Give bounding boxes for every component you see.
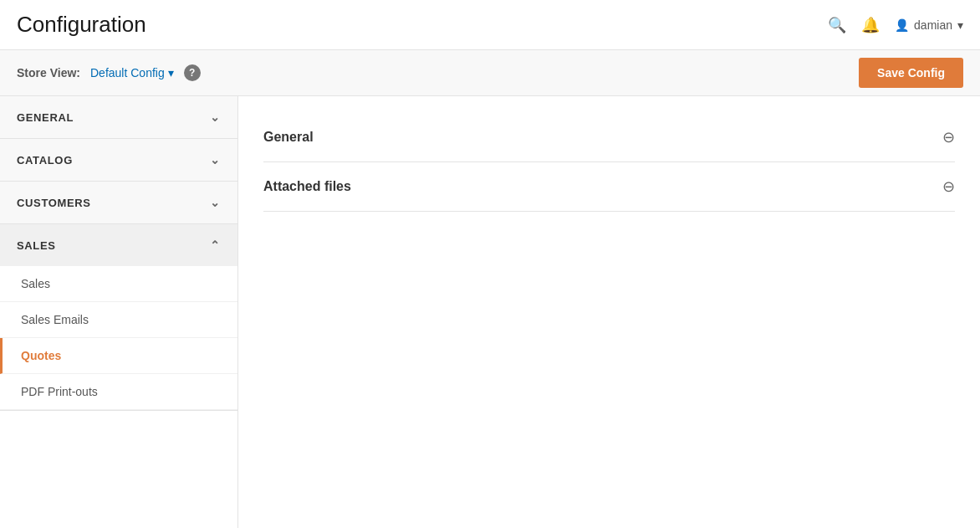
username: damian <box>914 18 952 32</box>
sidebar-section-header-customers[interactable]: CUSTOMERS ⌄ <box>0 182 237 223</box>
content-section-title-general: General <box>263 130 314 145</box>
chevron-up-icon-sales: ⌃ <box>210 238 221 252</box>
sidebar-section-customers: CUSTOMERS ⌄ <box>0 182 237 224</box>
user-icon: 👤 <box>895 18 909 32</box>
bell-icon[interactable]: 🔔 <box>861 16 880 34</box>
store-view-bar: Store View: Default Config ▾ ? Save Conf… <box>0 50 980 96</box>
user-menu[interactable]: 👤 damian ▾ <box>895 18 963 32</box>
main-layout: GENERAL ⌄ CATALOG ⌄ CUSTOMERS ⌄ SALES ⌃ <box>0 96 980 528</box>
sidebar-section-label-general: GENERAL <box>17 111 74 124</box>
sidebar-item-quotes[interactable]: Quotes <box>0 338 237 374</box>
chevron-down-icon-catalog: ⌄ <box>210 153 221 167</box>
user-dropdown-arrow: ▾ <box>957 18 963 32</box>
help-icon[interactable]: ? <box>184 64 201 81</box>
save-config-button[interactable]: Save Config <box>859 58 963 88</box>
sidebar-section-header-general[interactable]: GENERAL ⌄ <box>0 96 237 138</box>
chevron-down-icon-customers: ⌄ <box>210 196 221 209</box>
sidebar-section-general: GENERAL ⌄ <box>0 96 237 139</box>
page-title: Configuration <box>17 12 146 38</box>
chevron-down-icon-general: ⌄ <box>210 110 221 124</box>
sidebar-section-sales: SALES ⌃ Sales Sales Emails Quotes PDF Pr… <box>0 224 237 411</box>
sidebar-section-header-catalog[interactable]: CATALOG ⌄ <box>0 139 237 181</box>
sidebar-item-sales-emails[interactable]: Sales Emails <box>0 302 237 338</box>
collapse-icon-general[interactable]: ⊖ <box>942 128 955 146</box>
store-view-label: Store View: <box>17 66 80 79</box>
store-view-arrow: ▾ <box>168 66 174 79</box>
content-section-title-attached-files: Attached files <box>263 179 351 194</box>
search-icon[interactable]: 🔍 <box>828 16 846 34</box>
top-header: Configuration 🔍 🔔 👤 damian ▾ <box>0 0 980 50</box>
collapse-icon-attached-files[interactable]: ⊖ <box>942 177 955 196</box>
sidebar-sales-items: Sales Sales Emails Quotes PDF Print-outs <box>0 266 237 410</box>
content-section-general: General ⊖ <box>263 113 955 162</box>
content-area: General ⊖ Attached files ⊖ <box>238 96 980 528</box>
store-view-selected: Default Config <box>90 66 165 79</box>
sidebar-section-header-sales[interactable]: SALES ⌃ <box>0 224 237 266</box>
sidebar-section-catalog: CATALOG ⌄ <box>0 139 237 182</box>
header-actions: 🔍 🔔 👤 damian ▾ <box>828 16 963 34</box>
store-view-left: Store View: Default Config ▾ ? <box>17 64 201 81</box>
sidebar: GENERAL ⌄ CATALOG ⌄ CUSTOMERS ⌄ SALES ⌃ <box>0 96 238 528</box>
sidebar-section-label-sales: SALES <box>17 239 56 252</box>
sidebar-item-sales[interactable]: Sales <box>0 266 237 302</box>
store-view-dropdown[interactable]: Default Config ▾ <box>90 66 174 79</box>
sidebar-section-label-customers: CUSTOMERS <box>17 197 91 209</box>
sidebar-section-label-catalog: CATALOG <box>17 154 73 167</box>
sidebar-item-pdf-printouts[interactable]: PDF Print-outs <box>0 374 237 410</box>
content-section-attached-files: Attached files ⊖ <box>263 162 955 212</box>
